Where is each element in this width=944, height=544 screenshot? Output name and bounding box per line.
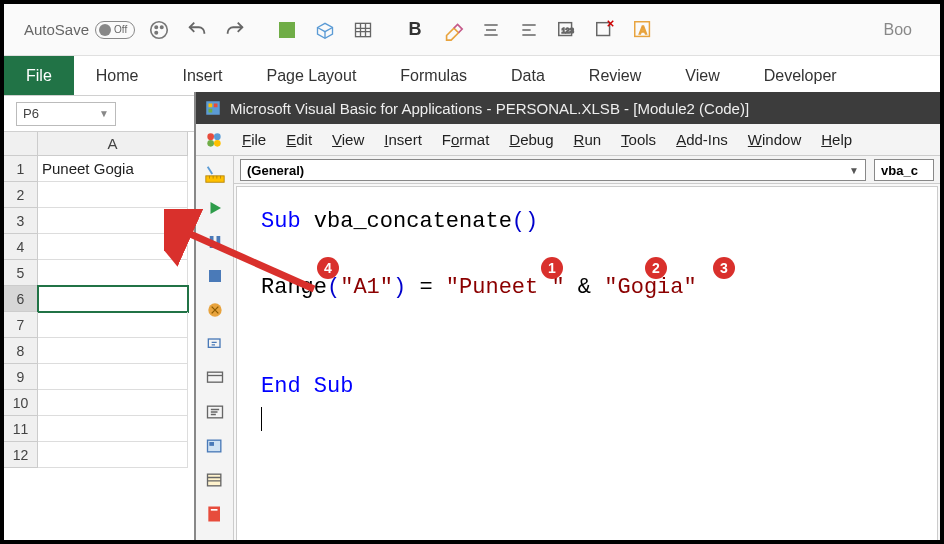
svg-point-16 (214, 133, 221, 140)
row-header-8[interactable]: 8 (4, 338, 38, 364)
decimal-icon[interactable]: 123 (553, 16, 581, 44)
row-header-3[interactable]: 3 (4, 208, 38, 234)
table-icon[interactable] (349, 16, 377, 44)
autosave-toggle[interactable]: AutoSave Off (24, 21, 135, 39)
cell-a7[interactable] (38, 312, 188, 338)
vba-menu-format[interactable]: Format (434, 129, 498, 150)
ribbon-tab-formulas[interactable]: Formulas (378, 56, 489, 95)
cell-a11[interactable] (38, 416, 188, 442)
svg-rect-25 (207, 372, 222, 382)
svg-point-1 (155, 26, 157, 28)
pause-icon[interactable] (203, 230, 227, 254)
svg-rect-21 (216, 236, 220, 248)
vba-object-dropdown[interactable]: (General) ▼ (240, 159, 866, 181)
svg-point-0 (151, 21, 168, 38)
cell-a5[interactable] (38, 260, 188, 286)
svg-rect-12 (209, 104, 213, 108)
vba-menu-run[interactable]: Run (566, 129, 610, 150)
cell-a1[interactable]: Puneet Gogia (38, 156, 188, 182)
text-cursor (261, 407, 262, 431)
vba-dropdown-bar: (General) ▼ vba_c (234, 156, 940, 184)
project-icon[interactable] (203, 434, 227, 458)
ribbon-tab-data[interactable]: Data (489, 56, 567, 95)
font-box-icon[interactable]: A (629, 16, 657, 44)
cell-a2[interactable] (38, 182, 188, 208)
bold-icon[interactable]: B (401, 16, 429, 44)
column-header-a[interactable]: A (38, 132, 188, 156)
excel-ribbon: File Home Insert Page Layout Formulas Da… (4, 56, 940, 96)
svg-rect-22 (209, 270, 221, 282)
name-box[interactable]: P6 ▼ (16, 102, 116, 126)
row-header-1[interactable]: 1 (4, 156, 38, 182)
ribbon-tab-file[interactable]: File (4, 56, 74, 95)
row-header-12[interactable]: 12 (4, 442, 38, 468)
fill-color-icon[interactable] (273, 16, 301, 44)
run-icon[interactable] (203, 196, 227, 220)
annotation-badge-1: 1 (541, 257, 563, 279)
bookmark-icon[interactable] (203, 502, 227, 526)
cell-a10[interactable] (38, 390, 188, 416)
cell-a9[interactable] (38, 364, 188, 390)
ribbon-tab-review[interactable]: Review (567, 56, 663, 95)
cell-a8[interactable] (38, 338, 188, 364)
row-header-11[interactable]: 11 (4, 416, 38, 442)
row-header-9[interactable]: 9 (4, 364, 38, 390)
vba-menu-file[interactable]: File (234, 129, 274, 150)
align-center-icon[interactable] (477, 16, 505, 44)
immediate-icon[interactable] (203, 400, 227, 424)
vba-procedure-dropdown[interactable]: vba_c (874, 159, 934, 181)
svg-rect-4 (279, 22, 295, 38)
svg-rect-28 (210, 443, 213, 446)
chevron-down-icon[interactable]: ▼ (99, 108, 109, 119)
palette-icon[interactable] (145, 16, 173, 44)
properties-icon[interactable] (203, 468, 227, 492)
clear-format-icon[interactable] (439, 16, 467, 44)
cell-a4[interactable] (38, 234, 188, 260)
svg-rect-27 (207, 440, 220, 452)
row-header-4[interactable]: 4 (4, 234, 38, 260)
vba-menu-help[interactable]: Help (813, 129, 860, 150)
svg-rect-11 (206, 101, 220, 115)
vba-menu-debug[interactable]: Debug (501, 129, 561, 150)
row-header-5[interactable]: 5 (4, 260, 38, 286)
ruler-icon[interactable] (203, 162, 227, 186)
row-header-7[interactable]: 7 (4, 312, 38, 338)
vba-menu-tools[interactable]: Tools (613, 129, 664, 150)
svg-rect-29 (207, 474, 220, 486)
row-header-6[interactable]: 6 (4, 286, 38, 312)
vba-code-area: (General) ▼ vba_c Sub vba_concatenate() … (234, 156, 940, 540)
vba-menu-insert[interactable]: Insert (376, 129, 430, 150)
box-icon[interactable] (311, 16, 339, 44)
svg-rect-31 (210, 509, 217, 511)
step-icon[interactable] (203, 332, 227, 356)
ribbon-tab-home[interactable]: Home (74, 56, 161, 95)
row-header-10[interactable]: 10 (4, 390, 38, 416)
align-left-icon[interactable] (515, 16, 543, 44)
vba-code-editor[interactable]: Sub vba_concatenate() Range("A1") = "Pun… (236, 186, 938, 544)
vba-procedure-value: vba_c (881, 163, 918, 178)
cell-a3[interactable] (38, 208, 188, 234)
delete-sheet-icon[interactable] (591, 16, 619, 44)
vba-menu-edit[interactable]: Edit (278, 129, 320, 150)
vba-titlebar[interactable]: Microsoft Visual Basic for Applications … (196, 92, 940, 124)
svg-rect-30 (208, 507, 220, 522)
ribbon-tab-developer[interactable]: Developer (742, 56, 859, 95)
toggle-switch[interactable]: Off (95, 21, 135, 39)
ribbon-tab-insert[interactable]: Insert (160, 56, 244, 95)
breakpoint-icon[interactable] (203, 298, 227, 322)
undo-icon[interactable] (183, 16, 211, 44)
vba-menu-view[interactable]: View (324, 129, 372, 150)
vba-menu-addins[interactable]: Add-Ins (668, 129, 736, 150)
stop-icon[interactable] (203, 264, 227, 288)
svg-point-3 (155, 31, 157, 33)
cell-a6[interactable] (38, 286, 188, 312)
vba-menu-window[interactable]: Window (740, 129, 809, 150)
watch-icon[interactable] (203, 366, 227, 390)
ribbon-tab-page-layout[interactable]: Page Layout (244, 56, 378, 95)
cell-a12[interactable] (38, 442, 188, 468)
row-header-2[interactable]: 2 (4, 182, 38, 208)
redo-icon[interactable] (221, 16, 249, 44)
chevron-down-icon[interactable]: ▼ (849, 165, 859, 176)
ribbon-tab-view[interactable]: View (663, 56, 741, 95)
select-all-corner[interactable] (4, 132, 38, 156)
